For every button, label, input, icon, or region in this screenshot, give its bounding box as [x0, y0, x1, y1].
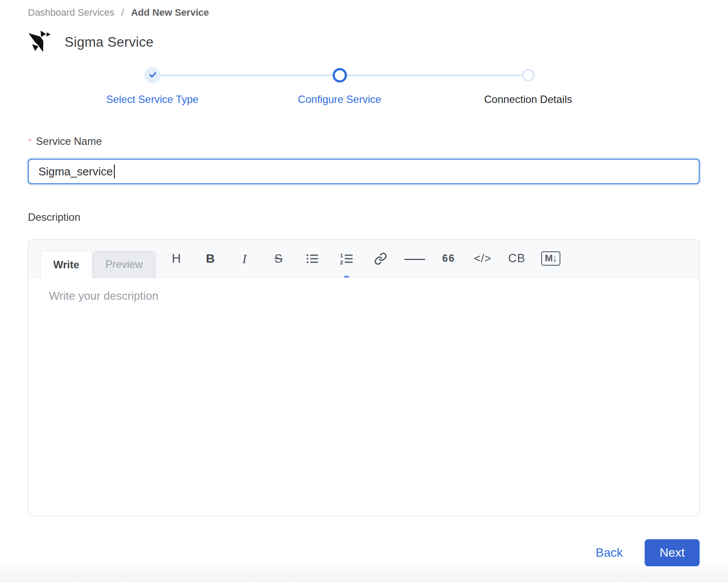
- editor-toolbar-row: Write Preview H B I S: [28, 240, 699, 278]
- bold-icon[interactable]: B: [193, 247, 227, 270]
- breadcrumb: Dashboard Services / Add New Service: [28, 0, 700, 18]
- step-label-connection-details[interactable]: Connection Details: [484, 93, 572, 106]
- service-name-input[interactable]: Sigma_service: [28, 159, 700, 184]
- text-caret: [114, 164, 115, 178]
- back-button[interactable]: Back: [596, 546, 623, 560]
- heading-icon[interactable]: H: [159, 247, 193, 270]
- step-connection-details-circle[interactable]: [522, 69, 535, 82]
- horizontal-rule-glyph: —: [404, 252, 425, 266]
- service-name-value: Sigma_service: [38, 165, 113, 178]
- step-label-configure-service[interactable]: Configure Service: [298, 93, 381, 106]
- bold-glyph: B: [206, 252, 215, 266]
- step-label-select-service-type[interactable]: Select Service Type: [106, 93, 199, 106]
- code-icon[interactable]: </>: [466, 247, 500, 270]
- editor-toolbar: H B I S 1 2: [159, 233, 568, 277]
- heading-glyph: H: [172, 251, 181, 266]
- code-block-glyph: CB: [508, 252, 525, 265]
- quote-icon[interactable]: 66: [432, 247, 466, 270]
- step-configure-service-circle[interactable]: [333, 68, 347, 82]
- step-select-service-type-circle[interactable]: [144, 67, 161, 83]
- service-header: Sigma Service: [28, 29, 700, 56]
- strikethrough-icon[interactable]: S: [261, 247, 295, 270]
- markdown-icon[interactable]: M↓: [534, 247, 568, 270]
- description-editor: Write Preview H B I S: [28, 239, 700, 516]
- wizard-footer: Back Next: [28, 539, 700, 566]
- quote-glyph: 66: [442, 253, 455, 264]
- add-new-service-page: Dashboard Services / Add New Service Sig…: [0, 0, 728, 566]
- breadcrumb-dashboard-services[interactable]: Dashboard Services: [28, 7, 114, 18]
- origami-bird-icon: [28, 29, 52, 55]
- check-icon: [148, 70, 158, 81]
- wizard-stepper: Select Service Type Configure Service Co…: [28, 67, 700, 113]
- breadcrumb-add-new-service: Add New Service: [131, 7, 209, 18]
- description-label: Description: [28, 211, 700, 223]
- italic-glyph: I: [242, 251, 247, 266]
- bullet-list-icon[interactable]: [295, 247, 330, 270]
- code-glyph: </>: [474, 252, 492, 265]
- link-icon[interactable]: [364, 247, 398, 270]
- required-marker: *: [28, 136, 32, 147]
- next-button[interactable]: Next: [645, 539, 700, 566]
- service-name-label: * Service Name: [28, 135, 700, 147]
- strikethrough-glyph: S: [275, 252, 283, 266]
- service-name-label-text: Service Name: [36, 135, 102, 147]
- ordered-list-icon[interactable]: 1 2: [330, 247, 364, 270]
- tab-preview[interactable]: Preview: [93, 251, 156, 278]
- code-block-icon[interactable]: CB: [500, 247, 534, 270]
- description-editor-content[interactable]: Write your description: [28, 278, 699, 516]
- description-placeholder: Write your description: [49, 289, 158, 302]
- svg-text:2: 2: [340, 259, 343, 265]
- ordered-list-indicator: [344, 276, 349, 277]
- breadcrumb-separator: /: [121, 7, 124, 18]
- page-title: Sigma Service: [65, 34, 154, 50]
- tab-write[interactable]: Write: [40, 251, 93, 278]
- svg-text:1: 1: [340, 252, 343, 258]
- italic-icon[interactable]: I: [227, 247, 261, 270]
- markdown-glyph: M↓: [541, 251, 560, 266]
- horizontal-rule-icon[interactable]: —: [398, 247, 432, 270]
